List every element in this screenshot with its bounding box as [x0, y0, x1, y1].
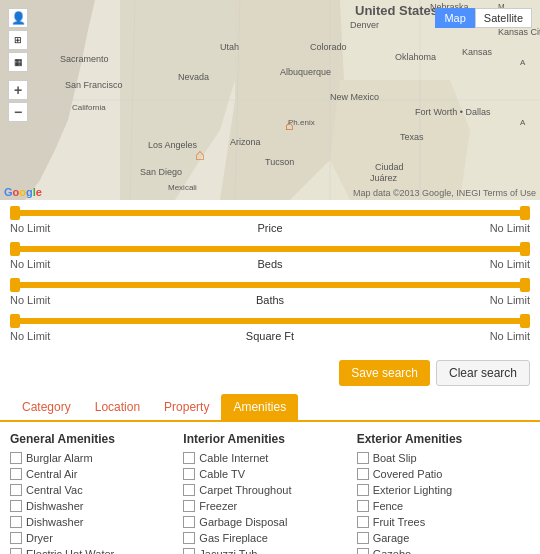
sliders-section: No Limit Price No Limit No Limit Beds No…	[0, 200, 540, 356]
amenity-checkbox[interactable]	[183, 484, 195, 496]
amenity-checkbox[interactable]	[357, 548, 369, 554]
map-container[interactable]: San Francisco California Sacramento Neva…	[0, 0, 540, 200]
slider-track-1[interactable]	[10, 242, 530, 256]
svg-text:Arizona: Arizona	[230, 137, 261, 147]
amenity-checkbox[interactable]	[183, 500, 195, 512]
amenity-checkbox[interactable]	[357, 452, 369, 464]
amenity-label: Garage	[373, 532, 410, 544]
amenity-label: Boat Slip	[373, 452, 417, 464]
svg-text:Colorado: Colorado	[310, 42, 347, 52]
amenity-label: Garbage Disposal	[199, 516, 287, 528]
slider-title-0: Price	[60, 222, 480, 234]
tab-category[interactable]: Category	[10, 394, 83, 420]
amenity-checkbox[interactable]	[183, 516, 195, 528]
save-search-button[interactable]: Save search	[339, 360, 430, 386]
amenity-checkbox[interactable]	[10, 468, 22, 480]
map-mode-icon[interactable]: ⊞	[8, 30, 28, 50]
svg-text:California: California	[72, 103, 106, 112]
amenity-label: Cable TV	[199, 468, 245, 480]
amenity-label: Dryer	[26, 532, 53, 544]
svg-text:Albuquerque: Albuquerque	[280, 67, 331, 77]
tab-location[interactable]: Location	[83, 394, 152, 420]
zoom-out-button[interactable]: −	[8, 102, 28, 122]
svg-text:⌂: ⌂	[195, 146, 205, 163]
tabs-bar: CategoryLocationPropertyAmenities	[0, 394, 540, 422]
svg-text:⌂: ⌂	[285, 117, 293, 133]
amenity-item: Fence	[357, 500, 522, 512]
tab-amenities[interactable]: Amenities	[221, 394, 298, 420]
map-type-map[interactable]: Map	[435, 8, 474, 28]
svg-text:Tucson: Tucson	[265, 157, 294, 167]
amenity-checkbox[interactable]	[10, 484, 22, 496]
amenity-item: Garbage Disposal	[183, 516, 348, 528]
slider-right-0: No Limit	[480, 222, 530, 234]
amenity-label: Gas Fireplace	[199, 532, 267, 544]
amenity-checkbox[interactable]	[10, 452, 22, 464]
general-amenities-col: General Amenities Burglar Alarm Central …	[10, 432, 183, 554]
amenity-checkbox[interactable]	[183, 532, 195, 544]
slider-left-0: No Limit	[10, 222, 60, 234]
action-buttons: Save search Clear search	[0, 356, 540, 394]
amenity-label: Freezer	[199, 500, 237, 512]
exterior-amenities-col: Exterior Amenities Boat Slip Covered Pat…	[357, 432, 530, 554]
svg-text:Nevada: Nevada	[178, 72, 209, 82]
amenity-checkbox[interactable]	[10, 500, 22, 512]
amenity-label: Covered Patio	[373, 468, 443, 480]
slider-title-2: Baths	[60, 294, 480, 306]
svg-text:Texas: Texas	[400, 132, 424, 142]
amenity-checkbox[interactable]	[357, 500, 369, 512]
svg-text:Fort Worth • Dallas: Fort Worth • Dallas	[415, 107, 491, 117]
svg-text:Utah: Utah	[220, 42, 239, 52]
clear-search-button[interactable]: Clear search	[436, 360, 530, 386]
amenity-checkbox[interactable]	[357, 484, 369, 496]
slider-track-3[interactable]	[10, 314, 530, 328]
svg-text:Oklahoma: Oklahoma	[395, 52, 436, 62]
interior-amenities-title: Interior Amenities	[183, 432, 348, 446]
slider-row-baths: No Limit Baths No Limit	[10, 278, 530, 306]
amenity-item: Central Vac	[10, 484, 175, 496]
slider-right-2: No Limit	[480, 294, 530, 306]
amenity-checkbox[interactable]	[10, 548, 22, 554]
amenity-item: Burglar Alarm	[10, 452, 175, 464]
slider-row-price: No Limit Price No Limit	[10, 206, 530, 234]
slider-right-1: No Limit	[480, 258, 530, 270]
tab-property[interactable]: Property	[152, 394, 221, 420]
amenity-item: Gazebo	[357, 548, 522, 554]
amenity-item: Covered Patio	[357, 468, 522, 480]
svg-text:San Francisco: San Francisco	[65, 80, 123, 90]
amenity-checkbox[interactable]	[183, 468, 195, 480]
pegman-icon[interactable]: 👤	[8, 8, 28, 28]
amenity-label: Fence	[373, 500, 404, 512]
amenity-checkbox[interactable]	[357, 516, 369, 528]
amenity-item: Dishwasher	[10, 500, 175, 512]
svg-text:Mexicali: Mexicali	[168, 183, 197, 192]
amenity-item: Jacuzzi Tub	[183, 548, 348, 554]
amenity-label: Electric Hot Water	[26, 548, 114, 554]
amenity-item: Dishwasher	[10, 516, 175, 528]
amenity-label: Carpet Throughout	[199, 484, 291, 496]
map-type-satellite[interactable]: Satellite	[475, 8, 532, 28]
slider-right-3: No Limit	[480, 330, 530, 342]
svg-text:A: A	[520, 58, 526, 67]
amenity-item: Boat Slip	[357, 452, 522, 464]
amenity-checkbox[interactable]	[10, 516, 22, 528]
svg-text:A: A	[520, 118, 526, 127]
slider-row-beds: No Limit Beds No Limit	[10, 242, 530, 270]
amenity-checkbox[interactable]	[183, 452, 195, 464]
amenity-checkbox[interactable]	[183, 548, 195, 554]
amenity-label: Dishwasher	[26, 500, 83, 512]
amenity-checkbox[interactable]	[357, 532, 369, 544]
amenity-checkbox[interactable]	[357, 468, 369, 480]
amenity-label: Cable Internet	[199, 452, 268, 464]
amenity-label: Gazebo	[373, 548, 412, 554]
slider-track-2[interactable]	[10, 278, 530, 292]
slider-track-0[interactable]	[10, 206, 530, 220]
amenity-label: Burglar Alarm	[26, 452, 93, 464]
slider-title-3: Square Ft	[60, 330, 480, 342]
amenity-label: Fruit Trees	[373, 516, 426, 528]
amenity-label: Central Vac	[26, 484, 83, 496]
amenity-checkbox[interactable]	[10, 532, 22, 544]
amenity-item: Carpet Throughout	[183, 484, 348, 496]
layers-icon[interactable]: ▦	[8, 52, 28, 72]
zoom-in-button[interactable]: +	[8, 80, 28, 100]
